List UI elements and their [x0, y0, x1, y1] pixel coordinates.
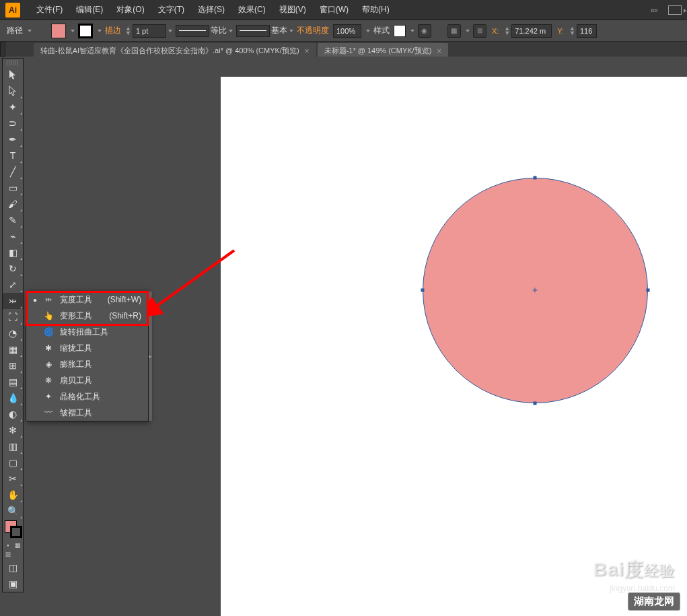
stroke-dropdown[interactable]	[98, 30, 102, 32]
symbol-sprayer-tool[interactable]: ✻	[3, 422, 23, 438]
workspace-switcher[interactable]	[668, 5, 682, 15]
flyout-label: 宽度工具	[60, 294, 92, 306]
perspective-tool[interactable]: ▦	[3, 341, 23, 357]
flyout-warp-tool[interactable]: 👆 变形工具 (Shift+R)	[26, 308, 148, 324]
tool-panel: ✦ ⊃ ✒ T ╱ ▭ 🖌 ✎ ⌁ ◧ ↻ ⤢ ⤔ ⛶ ◔ ▦ ⊞ ▤ 💧 ◐ …	[2, 58, 24, 592]
tab-close-icon[interactable]: ×	[437, 46, 441, 56]
flyout-twirl-tool[interactable]: 🌀 旋转扭曲工具	[26, 324, 148, 340]
draw-mode[interactable]: ◫	[3, 559, 23, 576]
free-transform-tool[interactable]: ⛶	[3, 309, 23, 325]
color-modes: ▪ ▦ ☒	[3, 541, 23, 559]
menu-effect[interactable]: 效果(C)	[231, 4, 273, 15]
rectangle-tool[interactable]: ▭	[3, 180, 23, 196]
menu-select[interactable]: 选择(S)	[191, 4, 231, 15]
stroke-label[interactable]: 描边	[105, 25, 121, 36]
stroke-color[interactable]	[10, 526, 22, 538]
menu-window[interactable]: 窗口(W)	[313, 4, 355, 15]
panel-grip[interactable]	[7, 60, 19, 65]
slice-tool[interactable]: ✂	[3, 471, 23, 487]
stroke-swatch[interactable]	[78, 24, 93, 38]
blend-tool[interactable]: ◐	[3, 406, 23, 422]
color-mode[interactable]: ▪	[3, 541, 13, 550]
flyout-shortcut: (Shift+R)	[109, 311, 141, 320]
x-input[interactable]	[511, 24, 552, 38]
screen-mode[interactable]: ▣	[3, 576, 23, 592]
menu-type[interactable]: 文字(T)	[151, 4, 191, 15]
y-label: Y:	[556, 27, 565, 35]
artboard-tool[interactable]: ▢	[3, 454, 23, 471]
tab-title: 转曲-松鼠AI智适应教育《全国合作校校区安全指南》.ai* @ 400% (CM…	[40, 46, 299, 56]
menu-view[interactable]: 视图(V)	[273, 4, 313, 15]
flyout-scallop-tool[interactable]: ❋ 扇贝工具	[26, 372, 148, 388]
type-tool[interactable]: T	[3, 147, 23, 164]
gradient-mode[interactable]: ▦	[13, 541, 23, 550]
profile-dropdown[interactable]	[229, 30, 233, 32]
scale-tool[interactable]: ⤢	[3, 277, 23, 293]
eyedropper-tool[interactable]: 💧	[3, 390, 23, 406]
column-graph-tool[interactable]: ▥	[3, 438, 23, 454]
rotate-tool[interactable]: ↻	[3, 261, 23, 277]
flyout-tearoff[interactable]: ▸	[148, 292, 152, 421]
tab-close-icon[interactable]: ×	[305, 46, 310, 56]
shape-builder-tool[interactable]: ◔	[3, 325, 23, 341]
pencil-tool[interactable]: ✎	[3, 212, 23, 228]
anchor-bottom[interactable]	[534, 402, 537, 405]
menu-file[interactable]: 文件(F)	[30, 4, 69, 15]
collapsed-panel-strip[interactable]	[0, 42, 5, 57]
hand-tool[interactable]: ✋	[3, 487, 23, 503]
blob-brush-tool[interactable]: ⌁	[3, 228, 23, 244]
opacity-dropdown[interactable]	[366, 30, 370, 32]
align-icon[interactable]: ▦	[447, 24, 461, 38]
direct-selection-tool[interactable]	[3, 83, 23, 99]
style-swatch[interactable]	[394, 25, 406, 37]
document-tab[interactable]: 未标题-1* @ 149% (CMYK/预览) ×	[318, 43, 449, 57]
mesh-tool[interactable]: ⊞	[3, 357, 23, 374]
recolor-icon[interactable]: ◉	[418, 24, 431, 38]
selection-dropdown[interactable]	[28, 30, 32, 32]
eraser-tool[interactable]: ◧	[3, 244, 23, 261]
width-tool[interactable]: ⤔	[3, 293, 23, 309]
align-dropdown[interactable]	[466, 30, 470, 32]
flyout-bloat-tool[interactable]: ◈ 膨胀工具	[26, 356, 148, 372]
anchor-left[interactable]	[421, 289, 425, 292]
flyout-label: 缩拢工具	[60, 343, 92, 354]
scallop-icon: ❋	[42, 376, 55, 385]
transform-icon[interactable]: ⊞	[473, 24, 486, 38]
flyout-crystallize-tool[interactable]: ✦ 晶格化工具	[26, 388, 148, 405]
paintbrush-tool[interactable]: 🖌	[3, 196, 23, 212]
pen-tool[interactable]: ✒	[3, 131, 23, 147]
menu-edit[interactable]: 编辑(E)	[69, 4, 110, 15]
style-dropdown[interactable]	[410, 30, 414, 32]
fill-dropdown[interactable]	[71, 30, 75, 32]
sync-icon[interactable]: ▫▫	[651, 5, 657, 15]
brush-preview[interactable]	[236, 25, 270, 37]
zoom-tool[interactable]: 🔍	[3, 503, 23, 519]
lasso-tool[interactable]: ⊃	[3, 115, 23, 131]
brush-dropdown[interactable]	[289, 30, 293, 32]
opacity-label[interactable]: 不透明度	[297, 25, 329, 36]
line-tool[interactable]: ╱	[3, 164, 23, 180]
fill-swatch[interactable]	[51, 24, 66, 38]
gradient-tool[interactable]: ▤	[3, 374, 23, 390]
magic-wand-tool[interactable]: ✦	[3, 99, 23, 115]
style-label[interactable]: 样式	[373, 25, 390, 36]
profile-preview[interactable]	[176, 25, 209, 37]
selection-tool[interactable]	[3, 67, 23, 83]
document-tab[interactable]: 转曲-松鼠AI智适应教育《全国合作校校区安全指南》.ai* @ 400% (CM…	[34, 43, 316, 57]
y-input[interactable]	[577, 24, 597, 38]
flyout-wrinkle-tool[interactable]: 〰 皱褶工具	[26, 405, 148, 421]
anchor-right[interactable]	[647, 289, 650, 292]
flyout-pucker-tool[interactable]: ✱ 缩拢工具	[26, 340, 148, 356]
flyout-width-tool[interactable]: ● ⤔ 宽度工具 (Shift+W)	[26, 292, 148, 308]
anchor-center[interactable]	[534, 289, 537, 292]
anchor-top[interactable]	[534, 176, 537, 180]
flyout-shortcut: (Shift+W)	[108, 295, 141, 304]
stroke-weight-input[interactable]	[133, 24, 166, 38]
opacity-input[interactable]	[333, 24, 361, 38]
fill-stroke-control[interactable]	[3, 519, 23, 541]
menu-help[interactable]: 帮助(H)	[355, 4, 396, 15]
wrinkle-icon: 〰	[42, 408, 55, 417]
menu-object[interactable]: 对象(O)	[110, 4, 151, 15]
none-mode[interactable]: ☒	[3, 550, 13, 559]
stroke-weight-dropdown[interactable]	[168, 30, 172, 32]
